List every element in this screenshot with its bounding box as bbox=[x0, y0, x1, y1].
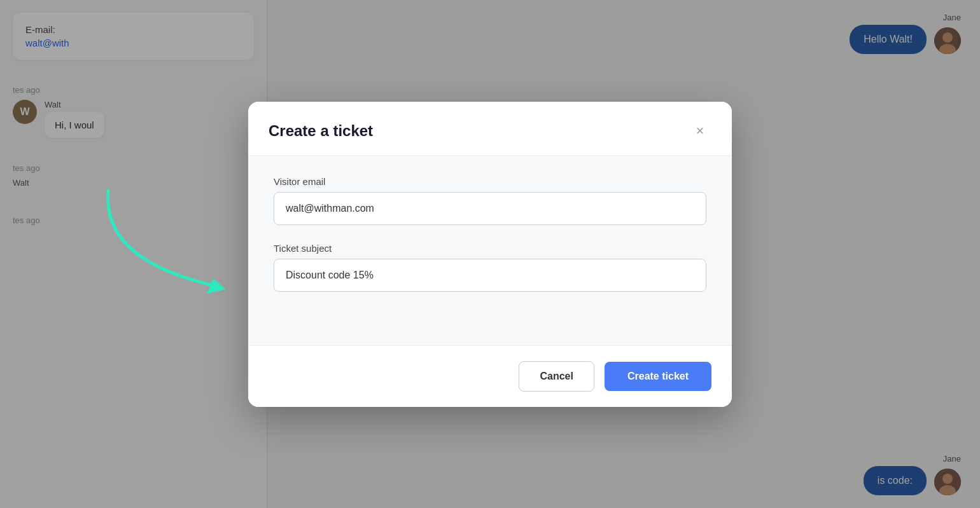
modal-body: Visitor email Ticket subject bbox=[248, 156, 732, 345]
modal-header: Create a ticket × bbox=[248, 102, 732, 156]
ticket-subject-label: Ticket subject bbox=[274, 243, 706, 254]
ticket-subject-input[interactable] bbox=[274, 259, 706, 292]
modal-overlay: Create a ticket × Visitor email Ticket s… bbox=[0, 0, 980, 508]
visitor-email-field-group: Visitor email bbox=[274, 176, 706, 225]
create-ticket-button[interactable]: Create ticket bbox=[605, 362, 711, 391]
cancel-button[interactable]: Cancel bbox=[519, 361, 594, 392]
modal-footer: Cancel Create ticket bbox=[248, 345, 732, 407]
visitor-email-label: Visitor email bbox=[274, 176, 706, 187]
visitor-email-input[interactable] bbox=[274, 192, 706, 225]
modal-close-button[interactable]: × bbox=[689, 120, 711, 142]
modal-title: Create a ticket bbox=[269, 122, 373, 140]
ticket-subject-field-group: Ticket subject bbox=[274, 243, 706, 292]
create-ticket-modal: Create a ticket × Visitor email Ticket s… bbox=[248, 102, 732, 407]
